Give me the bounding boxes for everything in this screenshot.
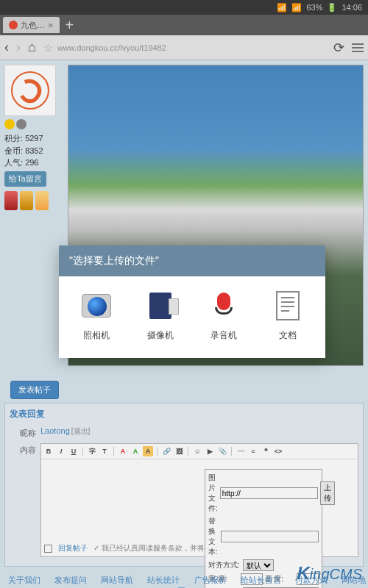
document-icon: [276, 291, 300, 320]
file-picker-modal: "选择要上传的文件" 照相机 摄像机 录音机 文档: [59, 245, 325, 358]
microphone-icon: [215, 293, 233, 319]
option-label: 文档: [279, 329, 297, 342]
option-label: 录音机: [210, 329, 237, 342]
option-label: 摄像机: [147, 329, 174, 342]
option-camcorder[interactable]: 摄像机: [144, 290, 177, 342]
option-recorder[interactable]: 录音机: [208, 290, 240, 342]
option-document[interactable]: 文档: [272, 290, 304, 342]
modal-title: "选择要上传的文件": [59, 245, 325, 276]
camcorder-icon: [149, 293, 171, 319]
option-camera[interactable]: 照相机: [80, 290, 113, 342]
camera-icon: [82, 294, 111, 318]
option-label: 照相机: [83, 329, 110, 342]
